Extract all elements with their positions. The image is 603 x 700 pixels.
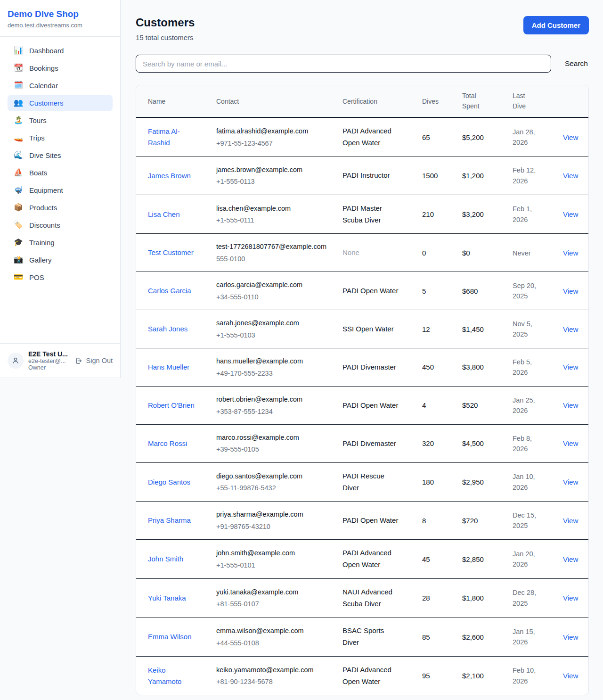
sign-out-button[interactable]: Sign Out bbox=[75, 357, 113, 365]
sidebar-item-bookings[interactable]: 📆 Bookings bbox=[8, 60, 113, 76]
customer-certification: PADI Open Water bbox=[342, 400, 398, 412]
sidebar-item-equipment[interactable]: 🤿 Equipment bbox=[8, 182, 113, 198]
customer-total-spent: $3,200 bbox=[456, 195, 507, 234]
sidebar-item-trips[interactable]: 🚤 Trips bbox=[8, 130, 113, 146]
view-customer-link[interactable]: View bbox=[563, 439, 578, 447]
customer-name-link[interactable]: Diego Santos bbox=[148, 477, 190, 488]
tear-off-calendar-icon: 📆 bbox=[13, 64, 24, 72]
sidebar-item-dashboard[interactable]: 📊 Dashboard bbox=[8, 42, 113, 59]
view-customer-link[interactable]: View bbox=[563, 401, 578, 409]
view-customer-link[interactable]: View bbox=[563, 633, 578, 641]
table-row: Fatima Al-Rashid fatima.alrashid@example… bbox=[136, 117, 589, 156]
diving-mask-icon: 🤿 bbox=[13, 186, 24, 194]
customer-name-link[interactable]: James Brown bbox=[148, 170, 191, 181]
customer-certification: PADI Divemaster bbox=[342, 438, 396, 450]
view-customer-link[interactable]: View bbox=[563, 478, 578, 486]
user-info: E2E Test U... e2e-tester@... Owner bbox=[28, 350, 68, 371]
table-header-row: Name Contact Certification Dives Total S… bbox=[136, 85, 589, 117]
view-customer-link[interactable]: View bbox=[563, 249, 578, 257]
view-customer-link[interactable]: View bbox=[563, 325, 578, 333]
customer-total-spent: $2,950 bbox=[456, 462, 507, 502]
customer-name-link[interactable]: Yuki Tanaka bbox=[148, 593, 186, 604]
sidebar-item-label: Products bbox=[29, 204, 57, 212]
sidebar-item-training[interactable]: 🎓 Training bbox=[8, 234, 113, 251]
customer-total-spent: $2,100 bbox=[456, 656, 507, 695]
sidebar-item-tours[interactable]: 🏝️ Tours bbox=[8, 112, 113, 129]
column-header-dives: Dives bbox=[416, 85, 456, 117]
customer-certification: PADI Advanced Open Water bbox=[342, 125, 400, 149]
view-customer-link[interactable]: View bbox=[563, 555, 578, 563]
search-bar: Search bbox=[136, 55, 589, 73]
view-customer-link[interactable]: View bbox=[563, 517, 578, 525]
sidebar-item-discounts[interactable]: 🏷️ Discounts bbox=[8, 217, 113, 233]
customer-name-link[interactable]: Marco Rossi bbox=[148, 438, 187, 449]
customer-certification: PADI Open Water bbox=[342, 285, 398, 297]
customer-name-link[interactable]: John Smith bbox=[148, 553, 183, 565]
view-customer-link[interactable]: View bbox=[563, 287, 578, 295]
customer-total-spent: $2,850 bbox=[456, 540, 507, 579]
sidebar-item-customers[interactable]: 👥 Customers bbox=[8, 95, 113, 111]
sidebar-item-label: Training bbox=[29, 239, 55, 247]
customer-name-link[interactable]: Hans Mueller bbox=[148, 362, 189, 373]
column-header-actions bbox=[557, 85, 589, 117]
customer-email: robert.obrien@example.com bbox=[216, 394, 331, 404]
customer-name-link[interactable]: Sarah Jones bbox=[148, 323, 187, 335]
sidebar-item-label: Customers bbox=[29, 99, 64, 107]
customer-total-spent: $520 bbox=[456, 387, 507, 425]
search-input[interactable] bbox=[136, 55, 551, 73]
sidebar-item-pos[interactable]: 💳 POS bbox=[8, 269, 113, 286]
customer-dives: 85 bbox=[416, 618, 456, 657]
column-header-contact: Contact bbox=[211, 85, 337, 117]
customer-name-link[interactable]: Fatima Al-Rashid bbox=[148, 126, 195, 148]
view-customer-link[interactable]: View bbox=[563, 594, 578, 602]
customer-phone: +34-555-0110 bbox=[216, 292, 331, 302]
sidebar-item-label: Gallery bbox=[29, 256, 52, 264]
customer-phone: +55-11-99876-5432 bbox=[216, 483, 331, 493]
customer-last-dive: Jan 15, 2026 bbox=[513, 626, 543, 648]
sidebar-item-gallery[interactable]: 📸 Gallery bbox=[8, 252, 113, 268]
table-row: Hans Mueller hans.mueller@example.com +4… bbox=[136, 348, 589, 387]
customer-email: john.smith@example.com bbox=[216, 548, 331, 558]
brand[interactable]: Demo Dive Shop demo.test.divestreams.com bbox=[0, 0, 120, 37]
view-customer-link[interactable]: View bbox=[563, 672, 578, 680]
sign-out-label: Sign Out bbox=[86, 357, 113, 364]
customer-certification: PADI Master Scuba Diver bbox=[342, 203, 400, 226]
customer-name-link[interactable]: Emma Wilson bbox=[148, 631, 192, 642]
package-icon: 📦 bbox=[13, 204, 24, 211]
person-icon bbox=[11, 356, 20, 365]
search-button[interactable]: Search bbox=[564, 58, 589, 70]
view-customer-link[interactable]: View bbox=[563, 363, 578, 371]
sidebar-item-dive-sites[interactable]: 🌊 Dive Sites bbox=[8, 147, 113, 164]
tag-icon: 🏷️ bbox=[13, 221, 24, 229]
column-header-certification: Certification bbox=[337, 85, 416, 117]
customer-name-link[interactable]: Test Customer bbox=[148, 247, 194, 258]
sidebar-item-calendar[interactable]: 🗓️ Calendar bbox=[8, 77, 113, 94]
customer-last-dive: Feb 12, 2026 bbox=[513, 165, 543, 186]
sidebar-item-products[interactable]: 📦 Products bbox=[8, 199, 113, 216]
customers-table-card: Name Contact Certification Dives Total S… bbox=[136, 85, 589, 695]
customer-name-link[interactable]: Lisa Chen bbox=[148, 209, 180, 220]
view-customer-link[interactable]: View bbox=[563, 210, 578, 218]
customer-name-link[interactable]: Keiko Yamamoto bbox=[148, 665, 195, 687]
sidebar-item-label: Dashboard bbox=[29, 47, 64, 55]
sidebar-item-label: Discounts bbox=[29, 221, 60, 229]
sidebar-item-boats[interactable]: ⛵ Boats bbox=[8, 165, 113, 181]
column-header-total-spent: Total Spent bbox=[456, 85, 507, 117]
sidebar-item-label: Trips bbox=[29, 134, 45, 142]
user-role: Owner bbox=[28, 364, 68, 371]
customer-name-link[interactable]: Carlos Garcia bbox=[148, 285, 191, 296]
sidebar-item-label: Bookings bbox=[29, 64, 58, 72]
customer-name-link[interactable]: Robert O'Brien bbox=[148, 400, 195, 411]
customer-last-dive: Feb 1, 2026 bbox=[513, 204, 543, 225]
customer-phone: +1-555-0113 bbox=[216, 176, 331, 187]
graduation-cap-icon: 🎓 bbox=[13, 239, 24, 246]
view-customer-link[interactable]: View bbox=[563, 133, 578, 141]
customer-total-spent: $0 bbox=[456, 234, 507, 272]
camera-icon: 📸 bbox=[13, 256, 24, 264]
customer-name-link[interactable]: Priya Sharma bbox=[148, 515, 191, 526]
customer-total-spent: $1,800 bbox=[456, 578, 507, 618]
customer-dives: 8 bbox=[416, 502, 456, 540]
view-customer-link[interactable]: View bbox=[563, 172, 578, 180]
add-customer-button[interactable]: Add Customer bbox=[523, 16, 589, 34]
table-row: Marco Rossi marco.rossi@example.com +39-… bbox=[136, 425, 589, 463]
